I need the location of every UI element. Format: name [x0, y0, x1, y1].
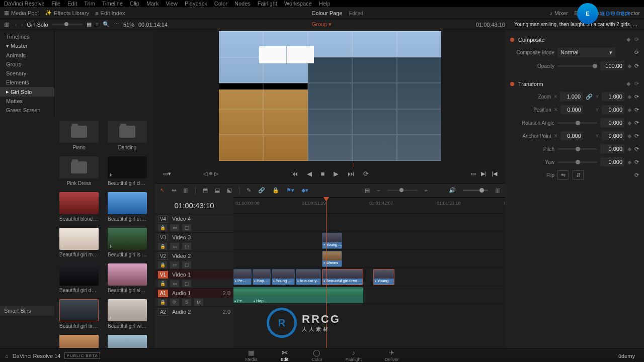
- zoom-in-icon[interactable]: +: [425, 188, 428, 194]
- flip-v-button[interactable]: ⇵: [573, 170, 584, 179]
- zoom-x-value[interactable]: 1.000: [560, 92, 583, 101]
- menu-playback[interactable]: Playback: [185, 1, 207, 7]
- composite-enable-dot[interactable]: [510, 38, 514, 42]
- reset-icon[interactable]: ⟳: [634, 63, 639, 69]
- workspace-media[interactable]: ▦Media: [245, 349, 258, 362]
- reset-icon[interactable]: ⟳: [634, 49, 639, 56]
- chevron-left-icon[interactable]: ‹: [15, 22, 17, 28]
- reset-icon[interactable]: ⟳: [634, 146, 639, 152]
- dim-icon[interactable]: ▥: [495, 187, 500, 194]
- clip-v1-3[interactable]: • In a car y...: [296, 269, 321, 285]
- viewer-zoom[interactable]: 51%: [123, 22, 134, 28]
- grid-view-icon[interactable]: ▦: [87, 21, 92, 28]
- keyframe-icon[interactable]: ◆: [627, 94, 631, 100]
- keyframe-icon[interactable]: ◆: [627, 63, 631, 69]
- track-id-v1[interactable]: V1: [158, 271, 168, 279]
- link-icon[interactable]: 🔗: [586, 94, 593, 100]
- keyframe-icon[interactable]: ◆: [626, 80, 630, 87]
- menu-nodes[interactable]: Nodes: [234, 1, 251, 7]
- trim-tool-icon[interactable]: ⇹: [172, 187, 176, 194]
- thumbnail-2[interactable]: Pink Dress: [59, 156, 99, 186]
- reset-icon[interactable]: ⟳: [634, 36, 639, 43]
- marker-icon[interactable]: ◆▾: [301, 187, 308, 194]
- match-frame-icon[interactable]: ▭: [471, 170, 476, 177]
- menu-color[interactable]: Color: [214, 1, 227, 7]
- clip-v1-0[interactable]: • Pe...: [233, 269, 252, 285]
- yaw-slider[interactable]: [557, 161, 597, 163]
- composite-mode-select[interactable]: Normal▾: [557, 48, 615, 57]
- timeline-ruler[interactable]: 01:00:00:00 01:00:51:29 01:01:42:07 01:0…: [233, 197, 505, 213]
- thumbnail-3[interactable]: ♪Beautiful girl cleanin...: [108, 156, 147, 186]
- search-icon[interactable]: 🔍: [103, 21, 110, 28]
- menu-trim[interactable]: Trim: [84, 1, 95, 7]
- thumbnail-10[interactable]: Beautiful girl tired w...: [59, 299, 99, 329]
- link-icon[interactable]: 🔗: [258, 187, 265, 194]
- keyframe-icon[interactable]: ◆: [627, 133, 631, 139]
- playhead[interactable]: [326, 197, 327, 350]
- thumbnail-0[interactable]: Piano: [59, 121, 99, 150]
- viewer-scrubber[interactable]: [155, 161, 505, 167]
- thumbnail-11[interactable]: ♪Beautiful girl with a l...: [108, 299, 147, 329]
- anchor-y-value[interactable]: 0.000: [602, 131, 624, 140]
- reset-icon[interactable]: ⟳: [634, 107, 639, 113]
- workspace-color[interactable]: ◯Color: [311, 349, 323, 362]
- play-icon[interactable]: ▶: [334, 170, 339, 177]
- thumbnail-7[interactable]: ♪Beautiful girl is danci...: [108, 228, 147, 257]
- keyframe-icon[interactable]: ◆: [627, 159, 631, 165]
- composite-header[interactable]: Composite: [518, 37, 545, 43]
- keyframe-icon[interactable]: ◆: [626, 36, 630, 43]
- tree-girl-solo[interactable]: ▸ Girl Solo: [0, 87, 54, 97]
- tree-group[interactable]: Group: [0, 60, 54, 69]
- menu-clip[interactable]: Clip: [130, 1, 139, 7]
- next-edit-icon[interactable]: ▷: [214, 170, 218, 177]
- go-start-icon[interactable]: ⏮: [291, 170, 298, 177]
- pos-y-value[interactable]: 0.000: [602, 105, 624, 114]
- tree-animals[interactable]: Animals: [0, 51, 54, 60]
- mixer-toggle[interactable]: ♪ Mixer: [549, 10, 568, 16]
- transform-enable-dot[interactable]: [510, 82, 514, 86]
- flag-icon[interactable]: ⚑▾: [286, 187, 294, 194]
- zoom-out-icon[interactable]: −: [377, 188, 380, 194]
- track-id-a1[interactable]: A1: [158, 290, 168, 297]
- menu-edit[interactable]: Edit: [67, 1, 77, 7]
- menu-workspace[interactable]: Workspace: [284, 1, 312, 7]
- reset-icon[interactable]: ⟳: [634, 159, 639, 165]
- track-id-v3[interactable]: V3: [158, 234, 168, 241]
- keyframe-icon[interactable]: ◆: [627, 120, 631, 126]
- clip-v3[interactable]: • Young ...: [322, 233, 342, 249]
- loop-icon[interactable]: ⟳: [363, 170, 369, 177]
- track-id-v4[interactable]: V4: [158, 215, 168, 223]
- next-clip-icon[interactable]: ▶|: [481, 170, 487, 177]
- reset-icon[interactable]: ⟳: [634, 172, 639, 178]
- track-lanes[interactable]: 01:00:00:00 01:00:51:29 01:01:42:07 01:0…: [233, 197, 505, 350]
- rotation-slider[interactable]: [557, 122, 597, 124]
- yaw-value[interactable]: 0.000: [600, 157, 624, 166]
- track-lock-v4[interactable]: 🔒: [158, 224, 167, 231]
- transform-header[interactable]: Transform: [518, 81, 543, 87]
- prev-edit-icon[interactable]: ◁: [203, 170, 207, 177]
- menu-help[interactable]: Help: [319, 1, 331, 7]
- aclip-a1-1[interactable]: • Pe...: [233, 287, 252, 303]
- chevron-right-icon[interactable]: ›: [21, 22, 23, 28]
- snap-icon[interactable]: ✎: [247, 187, 251, 194]
- tree-scenary[interactable]: Scenary: [0, 69, 54, 78]
- track-thumb-v4[interactable]: ▢: [182, 224, 191, 231]
- rotation-value[interactable]: 0.000: [600, 118, 624, 127]
- smart-bins-header[interactable]: Smart Bins: [0, 306, 54, 316]
- opacity-slider[interactable]: [557, 65, 597, 67]
- menu-app[interactable]: DaVinci Resolve: [4, 1, 45, 7]
- clip-v2[interactable]: • Waves: [322, 251, 342, 267]
- thumbnail-5[interactable]: Beautiful girl drinks ...: [108, 192, 147, 222]
- keyframe-icon[interactable]: ◆: [627, 146, 631, 152]
- zoom-y-value[interactable]: 1.000: [602, 92, 624, 101]
- track-id-a2[interactable]: A2: [158, 308, 168, 316]
- breadcrumb[interactable]: Girl Solo: [27, 22, 48, 28]
- overwrite-icon[interactable]: ⬓: [215, 187, 220, 194]
- thumbnail-8[interactable]: Beautiful girl dancin...: [59, 263, 99, 293]
- edit-index-toggle[interactable]: ≡ Edit Index: [95, 10, 125, 16]
- lock-icon[interactable]: 🔒: [272, 187, 279, 194]
- reset-icon[interactable]: ⟳: [634, 133, 639, 139]
- reset-icon[interactable]: ⟳: [634, 80, 639, 87]
- insert-icon[interactable]: ⬒: [203, 187, 208, 194]
- stop-icon[interactable]: ■: [321, 170, 325, 177]
